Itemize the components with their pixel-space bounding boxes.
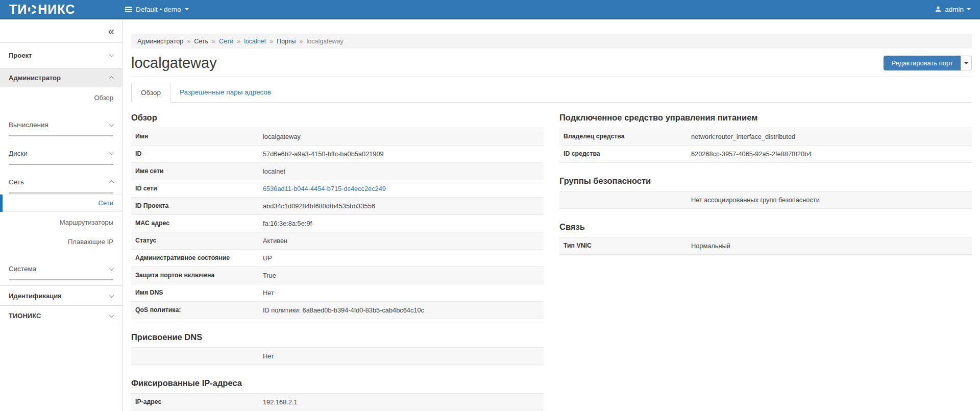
user-icon (935, 6, 942, 13)
security-groups-table: Нет ассоциированных групп безопасности (559, 191, 972, 209)
chevron-down-icon (109, 122, 114, 127)
tab-overview[interactable]: Обзор (131, 83, 170, 103)
chevron-down-icon (185, 8, 189, 10)
breadcrumb-separator: » (212, 38, 215, 45)
row-label (559, 191, 687, 209)
row-label: Статус (131, 232, 259, 250)
detail-columns: Обзор Имя localgateway ID 57d6e6b2-a9a3-… (131, 113, 972, 411)
sidebar-item-floating-ips[interactable]: Плавающие IP (0, 232, 122, 252)
table-row: QoS политика: ID политики: 6a8aed0b-b394… (131, 302, 544, 319)
sidebar-group-compute-toggle[interactable]: Вычисления (9, 120, 113, 129)
table-row: Нет (131, 348, 544, 365)
divider (9, 192, 113, 194)
right-column: Подключенное средство управления питание… (559, 113, 972, 411)
row-value: Активен (259, 232, 544, 250)
table-row: Статус Активен (131, 232, 544, 250)
row-label: Тип VNIC (559, 237, 687, 255)
overview-table: Имя localgateway ID 57d6e6b2-a9a3-4150-b… (131, 128, 544, 319)
section-power-device: Подключенное средство управления питание… (559, 113, 972, 163)
sidebar-collapse-button[interactable]: « (0, 20, 122, 43)
sidebar-item-routers[interactable]: Маршрутизаторы (0, 213, 122, 232)
sidebar-group-volumes-toggle[interactable]: Диски (9, 149, 113, 158)
main-content: Администратор » Сеть » Сети » localnet »… (122, 20, 980, 411)
section-heading: Связь (559, 222, 972, 232)
chevron-down-icon (964, 62, 968, 64)
edit-port-button-group: Редактировать порт (884, 56, 972, 70)
table-row: Владелец средства network:router_interfa… (559, 128, 972, 146)
row-value: 6536ad11-b044-4454-b715-dc4ecc2ec249 (259, 180, 544, 198)
breadcrumb-separator: » (237, 38, 240, 45)
section-heading: Фиксированные IP-адреса (131, 378, 544, 388)
app-window: ТИ НИКС Default • demo admin « Проект (0, 0, 980, 411)
table-row: Тип VNIC Нормальный (559, 237, 972, 255)
tab-allowed-address-pairs[interactable]: Разрешенные пары адресов (170, 83, 280, 103)
network-id-link[interactable]: 6536ad11-b044-4454-b715-dc4ecc2ec249 (263, 185, 386, 192)
row-value: Нет (259, 348, 544, 365)
page-title: localgateway (131, 55, 217, 71)
sidebar-group-system-toggle[interactable]: Система (9, 264, 113, 273)
row-value: 192.168.2.1 (259, 394, 544, 411)
section-binding: Связь Тип VNIC Нормальный (559, 222, 972, 255)
row-label: Защита портов включена (131, 267, 259, 284)
chevron-down-icon (109, 265, 114, 271)
user-name: admin (945, 6, 964, 13)
row-label: Имя сети (131, 163, 259, 180)
row-value: 620268cc-3957-4065-92a5-2fe887f820b4 (687, 146, 972, 163)
sidebar-group-label: Сеть (9, 178, 24, 186)
section-overview: Обзор Имя localgateway ID 57d6e6b2-a9a3-… (131, 113, 544, 319)
sidebar-group-label: Диски (9, 150, 28, 157)
chevron-down-icon (109, 150, 114, 155)
row-label: Имя DNS (131, 284, 259, 302)
sidebar-section-identity[interactable]: Идентификация (0, 285, 122, 306)
table-row: ID Проекта abd34c1d09284bf680dfb4535bb33… (131, 198, 544, 215)
binding-table: Тип VNIC Нормальный (559, 237, 972, 255)
edit-port-button[interactable]: Редактировать порт (884, 56, 961, 70)
row-value: UP (259, 250, 544, 267)
context-label: Default • demo (136, 6, 181, 13)
chevron-down-icon (109, 293, 114, 298)
row-value: fa:16:3e:8a:5e:9f (259, 215, 544, 232)
edit-port-dropdown-toggle[interactable] (961, 56, 972, 70)
table-row: Имя сети localnet (131, 163, 544, 180)
user-menu[interactable]: admin (935, 6, 971, 13)
breadcrumb-network: Сеть (194, 38, 208, 45)
breadcrumb-separator: » (187, 38, 190, 45)
tab-bar: Обзор Разрешенные пары адресов (131, 83, 972, 103)
sidebar: « Проект Администратор Обзор Вычисления … (0, 20, 122, 411)
row-value: localgateway (259, 128, 544, 146)
project-context-switcher[interactable]: Default • demo (125, 6, 189, 13)
sidebar-section-label: Идентификация (9, 292, 62, 300)
sidebar-group-network-toggle[interactable]: Сеть (9, 177, 113, 186)
table-row: ID сети 6536ad11-b044-4454-b715-dc4ecc2e… (131, 180, 544, 198)
row-value: True (259, 267, 544, 284)
section-heading: Группы безопасности (559, 176, 972, 186)
breadcrumb: Администратор » Сеть » Сети » localnet »… (131, 34, 972, 49)
sidebar-section-tionix[interactable]: ТИОНИКС (0, 306, 122, 326)
row-label: ID сети (131, 180, 259, 198)
table-row: ID 57d6e6b2-a9a3-4150-bffc-ba0b5a021909 (131, 146, 544, 163)
sidebar-item-overview[interactable]: Обзор (0, 88, 122, 108)
sidebar-section-label: Администратор (9, 74, 61, 82)
sidebar-item-networks-active[interactable]: Сети (0, 195, 122, 212)
row-value: Нет ассоциированных групп безопасности (687, 191, 972, 209)
brand-logo[interactable]: ТИ НИКС (0, 3, 122, 16)
breadcrumb-localnet-link[interactable]: localnet (244, 38, 266, 45)
divider (9, 279, 113, 280)
top-navbar: ТИ НИКС Default • demo admin (0, 0, 980, 19)
row-label: ID Проекта (131, 198, 259, 215)
sidebar-section-admin[interactable]: Администратор (0, 68, 122, 87)
breadcrumb-ports: Порты (277, 38, 296, 45)
collapse-icon: « (108, 25, 114, 38)
breadcrumb-networks-link[interactable]: Сети (219, 38, 233, 45)
table-row: Защита портов включена True (131, 267, 544, 284)
row-label (131, 348, 259, 365)
brand-text-post: НИКС (38, 3, 75, 16)
sidebar-section-project[interactable]: Проект (0, 43, 122, 68)
row-label: QoS политика: (131, 302, 259, 319)
chevron-down-icon (109, 52, 114, 57)
table-row: Имя DNS Нет (131, 284, 544, 302)
breadcrumb-separator: » (300, 38, 303, 45)
section-heading: Присвоение DNS (131, 332, 544, 342)
breadcrumb-admin: Администратор (137, 38, 183, 45)
sidebar-group-volumes: Диски (0, 136, 122, 165)
